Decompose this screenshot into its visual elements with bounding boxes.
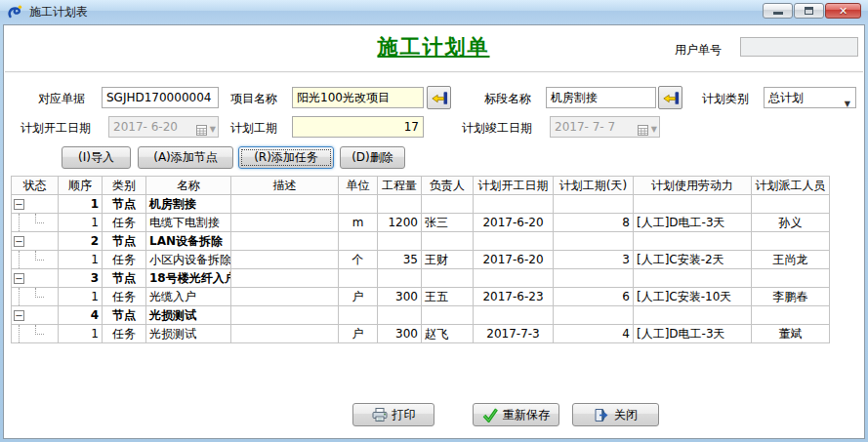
table-row-task[interactable]: 1任务小区内设备拆除个35王财2017-6-203[人工]C安装-2天王尚龙 [12,251,830,269]
tree-branch-cell[interactable] [12,214,59,232]
cell-name[interactable]: 电缆下电割接 [146,214,231,232]
add-node-button[interactable]: (A)添加节点 [138,146,233,169]
cell-desc[interactable] [231,325,339,343]
cell-unit[interactable] [339,306,378,325]
cell-owner[interactable]: 王五 [422,288,474,306]
tree-branch-cell[interactable] [12,251,59,269]
cell-start[interactable] [474,269,554,288]
project-field[interactable]: 阳光100光改项目 [292,87,424,108]
cell-start[interactable] [474,195,554,214]
tree-branch-cell[interactable] [12,288,59,306]
tree-collapse-icon[interactable]: − [14,273,24,284]
cell-type[interactable]: 节点 [103,269,146,288]
cell-workers[interactable] [752,269,830,288]
cell-name[interactable]: 18号楼光纤入户 [146,269,231,288]
cell-start[interactable]: 2017-7-3 [474,325,554,343]
cell-desc[interactable] [231,306,339,325]
cell-desc[interactable] [231,251,339,269]
column-header[interactable]: 负责人 [422,177,474,195]
section-lookup-button[interactable] [658,86,682,109]
cell-owner[interactable]: 张三 [422,214,474,232]
cell-type[interactable]: 任务 [103,325,146,343]
cell-type[interactable]: 节点 [103,232,146,251]
cell-name[interactable]: 小区内设备拆除 [146,251,231,269]
cell-desc[interactable] [231,232,339,251]
cell-workers[interactable]: 王尚龙 [752,251,830,269]
column-header[interactable]: 计划工期(天) [554,177,634,195]
plan-type-combobox[interactable]: 总计划 ▼ [764,87,856,108]
save-button[interactable]: 重新保存 [473,403,559,426]
cell-qty[interactable]: 300 [378,288,422,306]
table-row-node[interactable]: −2节点LAN设备拆除 [12,232,830,251]
cell-unit[interactable] [339,269,378,288]
cell-labor[interactable] [634,195,752,214]
column-header[interactable]: 计划开工日期 [474,177,554,195]
tree-collapse-cell[interactable]: − [12,269,59,288]
cell-owner[interactable] [422,195,474,214]
table-row-node[interactable]: −4节点光损测试 [12,306,830,325]
cell-type[interactable]: 节点 [103,195,146,214]
cell-owner[interactable]: 赵飞 [422,325,474,343]
column-header[interactable]: 名称 [146,177,231,195]
column-header[interactable]: 描述 [231,177,339,195]
cell-seq[interactable]: 3 [59,269,103,288]
cell-qty[interactable]: 35 [378,251,422,269]
table-row-task[interactable]: 1任务光损测试户300赵飞2017-7-34[人工]D电工-3天董斌 [12,325,830,343]
table-row-node[interactable]: −1节点机房割接 [12,195,830,214]
chevron-down-icon[interactable]: ▼ [845,95,850,108]
cell-unit[interactable]: 户 [339,288,378,306]
cell-labor[interactable]: [人工]C安装-2天 [634,251,752,269]
doc-field[interactable]: SGJHD170000004 [102,87,219,108]
cell-owner[interactable] [422,232,474,251]
cell-name[interactable]: 光损测试 [146,325,231,343]
project-lookup-button[interactable] [427,86,451,109]
import-button[interactable]: (I)导入 [62,146,131,169]
cell-start[interactable]: 2017-6-20 [474,214,554,232]
cell-labor[interactable]: [人工]C安装-10天 [634,288,752,306]
tree-collapse-icon[interactable]: − [14,236,24,247]
column-header[interactable]: 计划使用劳动力 [634,177,752,195]
tree-branch-cell[interactable] [12,325,59,343]
column-header[interactable]: 顺序 [59,177,103,195]
column-header[interactable]: 类别 [103,177,146,195]
cell-qty[interactable] [378,306,422,325]
column-header[interactable]: 状态 [12,177,59,195]
table-row-node[interactable]: −3节点18号楼光纤入户 [12,269,830,288]
cell-workers[interactable]: 孙义 [752,214,830,232]
cell-name[interactable]: LAN设备拆除 [146,232,231,251]
chevron-down-icon[interactable]: ▼ [651,120,657,138]
cell-start[interactable]: 2017-6-20 [474,251,554,269]
duration-field[interactable]: 17 [292,116,424,138]
cell-type[interactable]: 任务 [103,214,146,232]
cell-seq[interactable]: 1 [59,195,103,214]
cell-start[interactable]: 2017-6-23 [474,288,554,306]
cell-qty[interactable] [378,232,422,251]
cell-qty[interactable]: 1200 [378,214,422,232]
cell-workers[interactable]: 董斌 [752,325,830,343]
cell-qty[interactable] [378,269,422,288]
chevron-down-icon[interactable]: ▼ [210,120,216,138]
cell-workers[interactable] [752,232,830,251]
cell-type[interactable]: 任务 [103,251,146,269]
cell-qty[interactable]: 300 [378,325,422,343]
cell-seq[interactable]: 1 [59,251,103,269]
table-row-task[interactable]: 1任务电缆下电割接m1200张三2017-6-208[人工]D电工-3天孙义 [12,214,830,232]
cell-labor[interactable] [634,269,752,288]
cell-seq[interactable]: 1 [59,325,103,343]
cell-labor[interactable] [634,306,752,325]
cell-start[interactable] [474,306,554,325]
cell-owner[interactable] [422,306,474,325]
cell-seq[interactable]: 1 [59,214,103,232]
cell-days[interactable] [554,232,634,251]
cell-days[interactable] [554,269,634,288]
cell-name[interactable]: 光缆入户 [146,288,231,306]
close-button[interactable]: ✕ [825,3,861,19]
cell-name[interactable]: 光损测试 [146,306,231,325]
cell-seq[interactable]: 2 [59,232,103,251]
tree-collapse-cell[interactable]: − [12,232,59,251]
cell-desc[interactable] [231,195,339,214]
delete-button[interactable]: (D)删除 [340,146,405,169]
close-form-button[interactable]: 关闭 [572,403,659,426]
cell-unit[interactable] [339,195,378,214]
column-header[interactable]: 单位 [339,177,378,195]
